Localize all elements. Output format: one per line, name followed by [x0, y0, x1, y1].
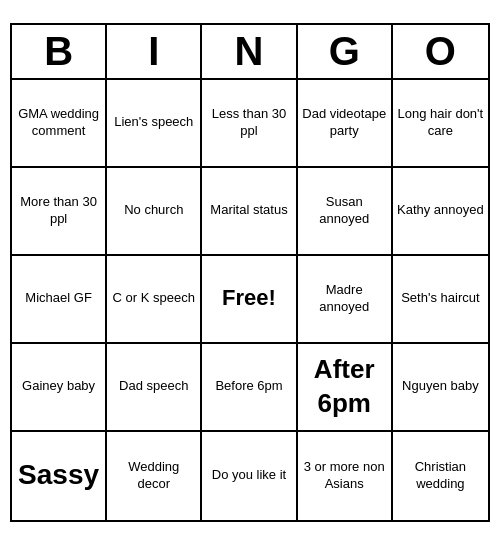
- bingo-cell-10: Michael GF: [12, 256, 107, 344]
- bingo-cell-15: Gainey baby: [12, 344, 107, 432]
- bingo-cell-17: Before 6pm: [202, 344, 297, 432]
- bingo-cell-19: Nguyen baby: [393, 344, 488, 432]
- bingo-card: BINGO GMA wedding commentLien's speechLe…: [10, 23, 490, 522]
- bingo-cell-4: Long hair don't care: [393, 80, 488, 168]
- bingo-cell-3: Dad videotape party: [298, 80, 393, 168]
- bingo-cell-7: Marital status: [202, 168, 297, 256]
- bingo-letter-n: N: [202, 25, 297, 78]
- bingo-cell-11: C or K speech: [107, 256, 202, 344]
- bingo-cell-12: Free!: [202, 256, 297, 344]
- bingo-cell-9: Kathy annoyed: [393, 168, 488, 256]
- bingo-cell-18: After 6pm: [298, 344, 393, 432]
- bingo-cell-22: Do you like it: [202, 432, 297, 520]
- bingo-cell-13: Madre annoyed: [298, 256, 393, 344]
- bingo-letter-i: I: [107, 25, 202, 78]
- bingo-cell-2: Less than 30 ppl: [202, 80, 297, 168]
- bingo-cell-0: GMA wedding comment: [12, 80, 107, 168]
- bingo-cell-21: Wedding decor: [107, 432, 202, 520]
- bingo-cell-24: Christian wedding: [393, 432, 488, 520]
- bingo-cell-23: 3 or more non Asians: [298, 432, 393, 520]
- bingo-cell-8: Susan annoyed: [298, 168, 393, 256]
- bingo-grid: GMA wedding commentLien's speechLess tha…: [12, 80, 488, 520]
- bingo-header: BINGO: [12, 25, 488, 80]
- bingo-cell-20: Sassy: [12, 432, 107, 520]
- bingo-cell-1: Lien's speech: [107, 80, 202, 168]
- bingo-letter-o: O: [393, 25, 488, 78]
- bingo-cell-14: Seth's haircut: [393, 256, 488, 344]
- bingo-cell-5: More than 30 ppl: [12, 168, 107, 256]
- bingo-letter-g: G: [298, 25, 393, 78]
- bingo-cell-6: No church: [107, 168, 202, 256]
- bingo-letter-b: B: [12, 25, 107, 78]
- bingo-cell-16: Dad speech: [107, 344, 202, 432]
